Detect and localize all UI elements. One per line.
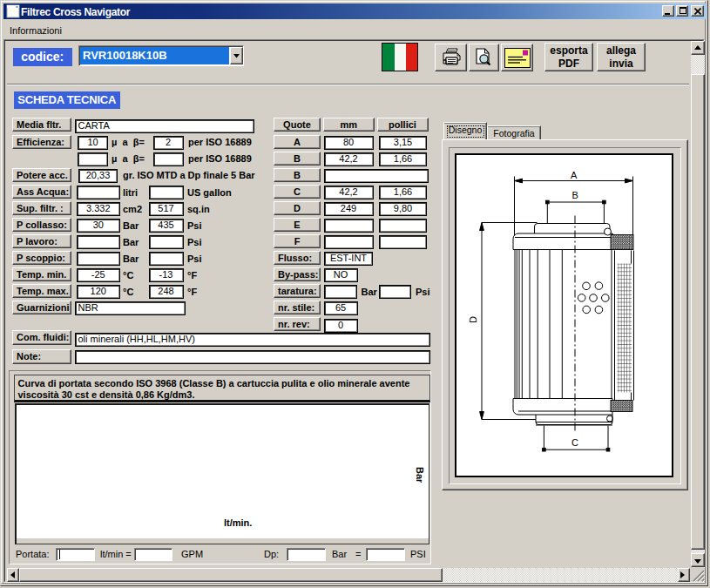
svg-text:D: D bbox=[468, 316, 478, 323]
svg-text:A: A bbox=[571, 169, 578, 179]
svg-text:B: B bbox=[572, 189, 578, 199]
svg-text:C: C bbox=[571, 436, 578, 447]
